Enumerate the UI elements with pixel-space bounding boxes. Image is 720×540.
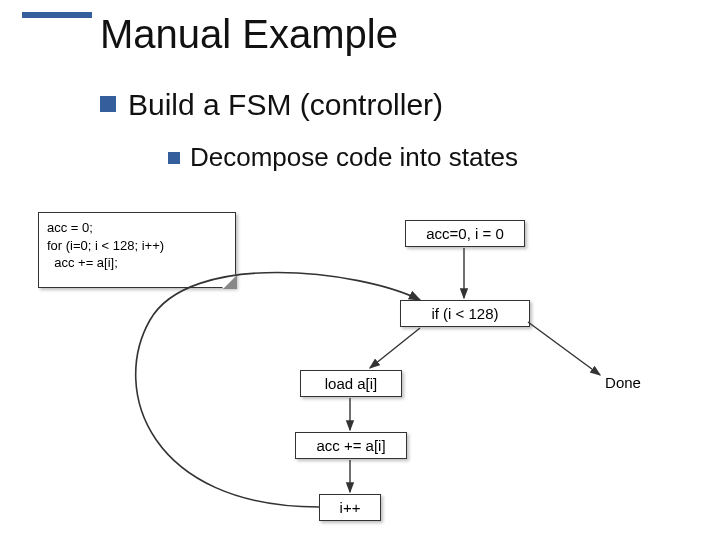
fsm-node-inc: i++ (319, 494, 381, 521)
code-line: acc += a[i]; (47, 254, 227, 272)
svg-line-1 (370, 328, 420, 368)
code-line: for (i=0; i < 128; i++) (47, 237, 227, 255)
bullet-l1: Build a FSM (controller) (128, 88, 443, 122)
fsm-node-cond: if (i < 128) (400, 300, 530, 327)
svg-line-2 (528, 322, 600, 375)
accent-bar (22, 12, 92, 18)
bullet-icon (168, 152, 180, 164)
code-line: acc = 0; (47, 219, 227, 237)
bullet-icon (100, 96, 116, 112)
bullet-l2: Decompose code into states (190, 142, 518, 173)
fsm-node-init: acc=0, i = 0 (405, 220, 525, 247)
fsm-node-done: Done (586, 370, 660, 395)
fsm-node-load: load a[i] (300, 370, 402, 397)
slide-title: Manual Example (100, 12, 398, 57)
code-note: acc = 0; for (i=0; i < 128; i++) acc += … (38, 212, 236, 288)
fsm-node-acc: acc += a[i] (295, 432, 407, 459)
